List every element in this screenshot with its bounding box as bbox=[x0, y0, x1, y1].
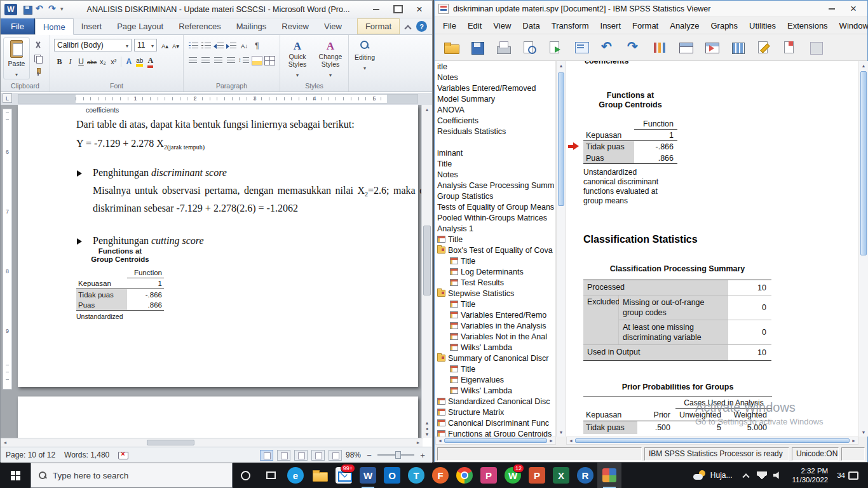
sort-icon[interactable] bbox=[239, 40, 250, 51]
cut-icon[interactable] bbox=[32, 40, 44, 50]
tree-item[interactable]: Group Statistics bbox=[435, 191, 555, 201]
print-preview-icon[interactable] bbox=[520, 39, 538, 57]
scroll-left-icon[interactable]: ◄ bbox=[567, 437, 575, 444]
menu-item[interactable]: View bbox=[487, 18, 517, 33]
classification-processing-summary-table[interactable]: Processed 10 Excluded Missing or out-of-… bbox=[583, 280, 771, 361]
action-center-button[interactable]: 34 bbox=[834, 471, 865, 480]
menu-item[interactable]: Data bbox=[517, 18, 545, 33]
volume-button[interactable] bbox=[770, 463, 786, 488]
decrease-indent-icon[interactable] bbox=[214, 41, 224, 51]
taskbar-search-input[interactable]: Type here to search bbox=[31, 463, 233, 488]
tree-item[interactable]: ANOVA bbox=[435, 104, 555, 115]
highlight-color-icon[interactable] bbox=[134, 56, 145, 67]
word-vertical-scrollbar[interactable]: ▲ ▲ ● ▼ bbox=[421, 105, 432, 438]
taskbar-telegram-icon[interactable]: T bbox=[404, 463, 428, 488]
tree-item[interactable]: Structure Matrix bbox=[435, 407, 555, 417]
full-screen-reading-button[interactable] bbox=[277, 450, 290, 461]
tree-item[interactable]: Title bbox=[435, 234, 555, 245]
select-last-output-icon[interactable] bbox=[755, 39, 773, 57]
clock[interactable]: 2:32 PM 11/30/2022 bbox=[786, 466, 835, 484]
document-page[interactable]: coefficients Dari table di atas, dapat k… bbox=[18, 105, 418, 387]
close-button[interactable] bbox=[843, 3, 864, 15]
zoom-level[interactable]: 98% bbox=[346, 451, 361, 459]
tree-item[interactable]: Variables Entered/Removed bbox=[435, 83, 555, 93]
centroids-table[interactable]: Function Kepuasan1 Tidak puas-.866 Puas.… bbox=[583, 118, 677, 164]
taskbar-word-icon[interactable]: W bbox=[356, 463, 380, 488]
print-layout-view-button[interactable] bbox=[260, 450, 273, 461]
weather-widget[interactable]: Huja... bbox=[688, 470, 738, 480]
scroll-thumb[interactable] bbox=[860, 71, 867, 255]
close-button[interactable] bbox=[409, 3, 430, 16]
tree-item[interactable]: Title bbox=[435, 158, 555, 169]
taskbar-firefox-icon[interactable]: F bbox=[428, 463, 452, 488]
tree-item[interactable]: Notes bbox=[435, 72, 555, 83]
tree-item[interactable]: Tests of Equality of Group Means bbox=[435, 201, 555, 212]
bold-icon[interactable] bbox=[54, 56, 65, 67]
tree-item[interactable]: Variables in the Analysis bbox=[435, 320, 555, 331]
designate-window-icon[interactable] bbox=[781, 39, 799, 57]
quick-access-dropdown-icon[interactable] bbox=[60, 4, 71, 15]
proofing-errors-icon[interactable] bbox=[118, 451, 128, 459]
scroll-left-icon[interactable]: ◄ bbox=[1, 438, 10, 447]
justify-icon[interactable] bbox=[226, 56, 237, 65]
tree-item[interactable]: Wilks' Lambda bbox=[435, 342, 555, 353]
word-titlebar[interactable]: ANALISIS DISKRIMINAN - Update materi SCS… bbox=[1, 1, 432, 18]
repeat-icon[interactable] bbox=[48, 4, 58, 15]
undo-icon[interactable] bbox=[599, 39, 616, 57]
tree-item[interactable]: Coefficients bbox=[435, 115, 555, 126]
task-view-button[interactable] bbox=[258, 463, 283, 488]
shrink-font-icon[interactable] bbox=[170, 40, 181, 51]
scroll-right-icon[interactable]: ► bbox=[414, 438, 423, 447]
ribbon-tab[interactable]: Mailings bbox=[229, 18, 275, 34]
tree-item[interactable]: Residuals Statistics bbox=[435, 126, 555, 137]
print-icon[interactable] bbox=[494, 39, 512, 57]
tree-item[interactable]: Model Summary bbox=[435, 93, 555, 104]
text-effects-icon[interactable] bbox=[123, 56, 134, 67]
start-button[interactable] bbox=[0, 463, 31, 488]
scroll-thumb[interactable] bbox=[444, 438, 547, 443]
taskbar-mail-icon[interactable]: 99+ bbox=[332, 463, 356, 488]
menu-item[interactable]: Format bbox=[627, 18, 664, 33]
tree-item[interactable]: Eigenvalues bbox=[435, 374, 555, 385]
spss-titlebar[interactable]: diskriminan update materi.spv [Document2… bbox=[435, 1, 867, 17]
menu-item[interactable]: Extensions bbox=[782, 18, 834, 33]
taskbar-spss-icon[interactable] bbox=[597, 463, 621, 488]
outline-view-button[interactable] bbox=[311, 450, 325, 461]
zoom-slider-thumb[interactable] bbox=[395, 451, 401, 459]
network-button[interactable] bbox=[754, 463, 770, 488]
align-right-icon[interactable] bbox=[214, 56, 224, 65]
ribbon-tab[interactable]: File bbox=[1, 18, 35, 34]
ribbon-tab[interactable]: Home bbox=[35, 18, 74, 35]
redo-icon[interactable] bbox=[625, 39, 642, 57]
page-indicator[interactable]: Page: 10 of 12 bbox=[6, 451, 55, 459]
scroll-right-icon[interactable]: ► bbox=[850, 437, 858, 444]
menu-item[interactable]: Window bbox=[834, 18, 868, 33]
font-size-select[interactable]: 11 bbox=[134, 39, 157, 51]
tree-vertical-scrollbar[interactable]: ▲ ▼ bbox=[556, 61, 566, 437]
taskbar-outlook-icon[interactable]: O bbox=[380, 463, 404, 488]
taskbar-photos-icon[interactable]: P bbox=[477, 463, 501, 488]
menu-item[interactable]: File bbox=[437, 18, 462, 33]
scroll-down-icon[interactable]: ▼ bbox=[557, 428, 566, 437]
scroll-thumb[interactable] bbox=[558, 72, 564, 206]
previous-page-icon[interactable]: ▲ bbox=[425, 421, 430, 425]
taskbar-chrome-icon[interactable] bbox=[452, 463, 477, 488]
tree-horizontal-scrollbar[interactable]: ◄ ► bbox=[435, 437, 556, 445]
scroll-up-icon[interactable]: ▲ bbox=[422, 105, 432, 114]
tree-item[interactable]: Functions at Group Centroids bbox=[435, 428, 555, 437]
vertical-ruler[interactable]: 6789 bbox=[3, 109, 12, 390]
show-paragraph-marks-icon[interactable] bbox=[252, 40, 262, 51]
collapse-ribbon-icon[interactable] bbox=[403, 22, 413, 32]
change-styles-button[interactable]: Change Styles bbox=[315, 37, 346, 79]
font-name-select[interactable]: Calibri (Body) bbox=[54, 39, 132, 51]
export-icon[interactable] bbox=[546, 39, 564, 57]
word-count[interactable]: Words: 1,480 bbox=[64, 451, 109, 459]
save-icon[interactable] bbox=[22, 4, 32, 15]
use-sets-icon[interactable] bbox=[807, 39, 825, 57]
taskbar-edge-icon[interactable]: e bbox=[283, 463, 308, 488]
tree-item[interactable]: Standardized Canonical Disc bbox=[435, 396, 555, 407]
scroll-left-icon[interactable]: ◄ bbox=[436, 437, 444, 444]
tree-item[interactable]: Variables Entered/Remo bbox=[435, 309, 555, 320]
tree-item[interactable]: Analysis 1 bbox=[435, 223, 555, 234]
line-spacing-icon[interactable] bbox=[239, 56, 250, 65]
